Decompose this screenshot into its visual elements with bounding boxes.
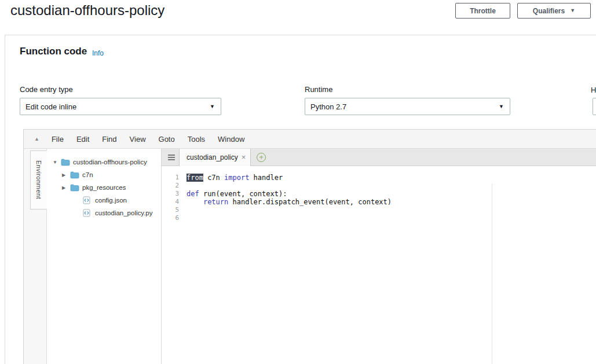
info-link[interactable]: Info: [92, 49, 104, 57]
disclosure-icon[interactable]: ▶: [62, 172, 70, 178]
menu-item-find[interactable]: Find: [96, 135, 123, 144]
qualifiers-button-label: Qualifiers: [533, 7, 565, 15]
environment-tab-label: Environment: [35, 160, 42, 199]
line-number: 2: [162, 182, 179, 190]
code-line[interactable]: [187, 206, 596, 214]
code-file-icon: [83, 196, 95, 204]
chevron-down-icon: ▼: [570, 8, 575, 13]
tree-item-label: config.json: [95, 197, 127, 204]
menu-item-file[interactable]: File: [45, 135, 70, 144]
tree-item-custodian-policy-py[interactable]: custodian_policy.py: [47, 207, 161, 219]
code-editor-frame: ▲ FileEditFindViewGotoToolsWindow Enviro…: [23, 129, 596, 364]
tree-item-label: c7n: [82, 171, 93, 178]
code-entry-type-select[interactable]: Edit code inline ▼: [20, 98, 221, 115]
handler-select[interactable]: [593, 98, 596, 115]
chevron-down-icon: ▼: [210, 104, 215, 109]
tree-item-c7n[interactable]: ▶c7n: [47, 168, 161, 181]
add-tab-icon[interactable]: +: [257, 153, 266, 162]
editor-menubar: ▲ FileEditFindViewGotoToolsWindow: [24, 130, 596, 149]
menu-collapse-icon[interactable]: ▲: [34, 136, 39, 142]
close-icon[interactable]: ×: [242, 153, 246, 161]
code-region: 123456 from c7n import handler def run(e…: [162, 166, 596, 364]
code-entry-type-label: Code entry type: [20, 85, 73, 94]
menu-item-window[interactable]: Window: [211, 135, 251, 144]
section-title: Function code: [20, 46, 87, 57]
tree-item-label: custodian_policy.py: [95, 209, 153, 216]
line-number-gutter: 123456: [162, 166, 184, 364]
environment-tab[interactable]: Environment: [30, 150, 47, 209]
runtime-label: Runtime: [305, 85, 332, 94]
folder-icon: [70, 184, 82, 192]
tree-item-label: custodian-offhours-policy: [73, 159, 147, 166]
runtime-select[interactable]: Python 2.7 ▼: [305, 98, 510, 115]
environment-gutter: Environment: [24, 149, 47, 364]
code-line[interactable]: from c7n import handler: [187, 174, 596, 182]
throttle-button[interactable]: Throttle: [455, 3, 510, 19]
code-line[interactable]: def run(event, context):: [187, 190, 596, 198]
code-entry-type-value: Edit code inline: [25, 102, 76, 111]
tab-custodian-policy[interactable]: custodian_policy ×: [179, 149, 251, 166]
tree-item-config-json[interactable]: config.json: [47, 194, 161, 207]
line-number: 5: [162, 206, 179, 214]
folder-icon: [61, 159, 73, 166]
tab-label: custodian_policy: [187, 153, 238, 161]
tab-bar: custodian_policy × +: [162, 149, 596, 166]
line-number: 1: [162, 174, 179, 182]
menubar-items: FileEditFindViewGotoToolsWindow: [45, 135, 251, 144]
line-number: 4: [162, 198, 179, 206]
menu-item-view[interactable]: View: [123, 135, 152, 144]
file-tree: ▼custodian-offhours-policy▶c7n▶pkg_resou…: [47, 149, 162, 364]
line-number: 6: [162, 214, 179, 222]
code-file-icon: [83, 209, 95, 217]
code-content[interactable]: from c7n import handler def run(event, c…: [184, 166, 596, 364]
tree-item-pkg-resources[interactable]: ▶pkg_resources: [47, 181, 161, 194]
chevron-down-icon: ▼: [499, 104, 504, 109]
editor-body: Environment ▼custodian-offhours-policy▶c…: [24, 149, 596, 364]
qualifiers-button[interactable]: Qualifiers ▼: [517, 3, 591, 19]
page-title: custodian-offhours-policy: [10, 2, 164, 19]
disclosure-icon[interactable]: ▼: [53, 160, 61, 165]
code-line[interactable]: [187, 182, 596, 190]
print-margin-line: [492, 183, 492, 364]
editor-main: custodian_policy × + 123456 from c7n imp…: [162, 149, 596, 364]
menu-item-edit[interactable]: Edit: [70, 135, 96, 144]
disclosure-icon[interactable]: ▶: [62, 185, 70, 190]
function-code-card: Function code Info Code entry type Edit …: [5, 35, 596, 364]
runtime-value: Python 2.7: [310, 102, 346, 111]
handler-label: H: [591, 86, 596, 94]
tree-item-label: pkg_resources: [82, 184, 126, 191]
code-line[interactable]: return handler.dispatch_event(event, con…: [187, 198, 596, 206]
menu-item-tools[interactable]: Tools: [181, 135, 211, 144]
code-line[interactable]: [187, 214, 596, 222]
menu-item-goto[interactable]: Goto: [152, 135, 181, 144]
tree-item-custodian-offhours-policy[interactable]: ▼custodian-offhours-policy: [47, 156, 161, 168]
tab-list-icon[interactable]: [164, 149, 179, 166]
folder-icon: [70, 171, 82, 179]
line-number: 3: [162, 190, 179, 198]
